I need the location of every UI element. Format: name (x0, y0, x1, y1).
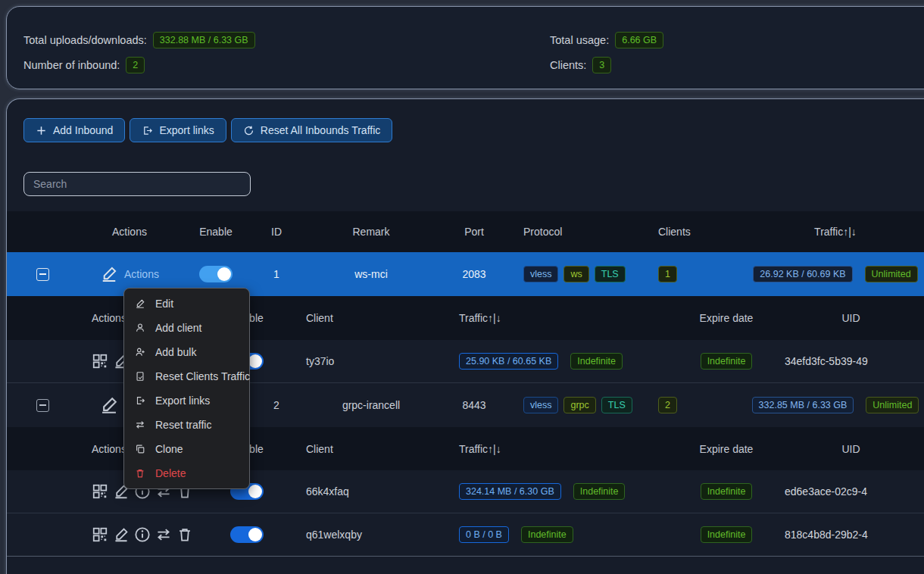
stat-label: Total uploads/downloads: (23, 34, 147, 46)
qrcode-icon (92, 353, 108, 370)
client-action-icons (92, 526, 193, 543)
qrcode-button[interactable] (92, 353, 108, 370)
collapse-row-button[interactable] (36, 268, 49, 281)
client-expire-badge: Indefinite (701, 353, 753, 370)
protocol-badge: vless (523, 266, 558, 282)
delete-client-button[interactable] (176, 526, 193, 543)
menu-item-reset-traffic[interactable]: Reset traffic (124, 413, 249, 437)
client-enable-toggle[interactable] (230, 526, 264, 543)
protocol-badges: vless grpc TLS (523, 397, 632, 413)
person-icon (135, 323, 145, 333)
client-uid: 818c4b8d-29b2-4 (777, 529, 924, 541)
header-remark: Remark (302, 226, 440, 238)
transport-badge: grpc (563, 397, 595, 413)
menu-item-delete[interactable]: Delete (124, 461, 249, 485)
reset-all-inbounds-traffic-button[interactable]: Reset All Inbounds Traffic (231, 118, 393, 142)
sub-header-uid: UID (777, 312, 924, 324)
stat-value-badge: 2 (126, 57, 145, 73)
person-plus-icon (135, 347, 145, 357)
trash-icon (176, 526, 193, 543)
protocol-badge: vless (523, 397, 558, 413)
reload-icon (243, 125, 254, 136)
qrcode-icon (92, 526, 108, 543)
add-inbound-label: Add Inbound (53, 124, 113, 136)
header-actions: Actions (78, 226, 181, 238)
row-actions-dropdown-trigger[interactable]: Actions (100, 265, 159, 283)
export-links-label: Export links (159, 124, 214, 136)
swap-icon (135, 420, 145, 430)
edit-client-button[interactable] (113, 526, 130, 543)
client-traffic-badge: 324.14 MB / 6.30 GB (459, 483, 561, 500)
client-name: ty37io (292, 355, 444, 367)
sub-header-traffic: Traffic↑|↓ (444, 312, 648, 324)
header-enable: Enable (181, 226, 251, 238)
stats-panel: Total uploads/downloads: 332.88 MB / 6.3… (6, 6, 924, 89)
client-uid: 34efd3fc-5b39-49 (777, 355, 924, 367)
edit-pencil-icon (99, 395, 119, 415)
header-port: Port (440, 226, 508, 238)
stat-value-badge: 6.66 GB (615, 32, 663, 48)
collapse-row-button[interactable] (36, 399, 49, 412)
client-data-limit-badge: Indefinite (570, 353, 623, 370)
limit-badge: Unlimited (865, 266, 918, 282)
client-expire-badge: Indefinite (701, 526, 753, 543)
reset-all-label: Reset All Inbounds Traffic (261, 124, 381, 136)
enable-toggle[interactable] (199, 266, 233, 282)
toolbar: Add Inbound Export links Reset All Inbou… (7, 99, 924, 142)
search-input[interactable] (23, 172, 251, 196)
menu-item-label: Clone (155, 443, 183, 455)
edit-pencil-icon (100, 265, 118, 283)
sub-header-expire-date: Expire date (648, 312, 777, 324)
add-inbound-button[interactable]: Add Inbound (23, 118, 125, 142)
header-clients: Clients (645, 226, 772, 238)
protocol-badges: vless ws TLS (523, 266, 626, 282)
traffic-badges: 332.85 MB / 6.33 GB Unlimited (752, 397, 919, 413)
stat-total-uploads-downloads: Total uploads/downloads: 332.88 MB / 6.3… (23, 32, 255, 48)
plus-icon (36, 125, 47, 136)
menu-item-add-client[interactable]: Add client (124, 316, 249, 340)
header-traffic: Traffic↑|↓ (772, 226, 924, 238)
client-data-limit-badge: Indefinite (573, 483, 626, 500)
menu-item-label: Reset traffic (155, 419, 211, 431)
stat-number-of-inbound: Number of inbound: 2 (23, 57, 255, 73)
stat-label: Clients: (550, 59, 586, 71)
file-reset-icon (135, 371, 145, 382)
stats-column-left: Total uploads/downloads: 332.88 MB / 6.3… (23, 32, 255, 82)
client-info-button[interactable] (134, 526, 151, 543)
swap-icon (155, 526, 172, 543)
sub-header-client: Client (292, 443, 444, 455)
sub-header-client: Client (292, 312, 444, 324)
traffic-badges: 26.92 KB / 60.69 KB Unlimited (753, 266, 917, 282)
inbound-remark: ws-mci (302, 268, 440, 280)
export-icon (142, 125, 153, 136)
inbound-remark: grpc-irancell (302, 399, 440, 411)
menu-item-clone[interactable]: Clone (124, 437, 249, 461)
menu-item-label: Add client (155, 322, 201, 334)
stat-label: Total usage: (550, 34, 609, 46)
stat-value-badge: 332.88 MB / 6.33 GB (153, 32, 255, 48)
client-traffic-badge: 25.90 KB / 60.65 KB (459, 353, 558, 370)
limit-badge: Unlimited (866, 397, 919, 413)
table-header-row: Actions Enable ID Remark Port Protocol C… (7, 211, 924, 252)
menu-item-label: Add bulk (155, 346, 196, 358)
menu-item-reset-clients-traffic[interactable]: Reset Clients Traffic (124, 364, 249, 388)
traffic-badge: 332.85 MB / 6.33 GB (752, 397, 854, 413)
reset-client-traffic-button[interactable] (155, 526, 172, 543)
qrcode-button[interactable] (92, 526, 108, 543)
menu-item-label: Edit (155, 298, 173, 310)
sub-header-traffic: Traffic↑|↓ (444, 443, 648, 455)
menu-item-label: Reset Clients Traffic (155, 370, 250, 382)
trash-icon (135, 468, 145, 479)
export-links-button[interactable]: Export links (130, 118, 226, 142)
actions-trigger-label: Actions (124, 268, 159, 280)
menu-item-label: Delete (155, 467, 186, 479)
client-expire-badge: Indefinite (701, 483, 753, 500)
menu-item-edit[interactable]: Edit (124, 292, 249, 316)
client-uid: ed6e3ace-02c9-4 (777, 485, 924, 498)
menu-item-export-links[interactable]: Export links (124, 388, 249, 413)
menu-item-add-bulk[interactable]: Add bulk (124, 340, 249, 364)
client-traffic-badge: 0 B / 0 B (459, 526, 509, 543)
stats-column-right: Total usage: 6.66 GB Clients: 3 (550, 32, 663, 82)
inbound-id: 2 (251, 399, 302, 411)
qrcode-button[interactable] (92, 483, 108, 500)
